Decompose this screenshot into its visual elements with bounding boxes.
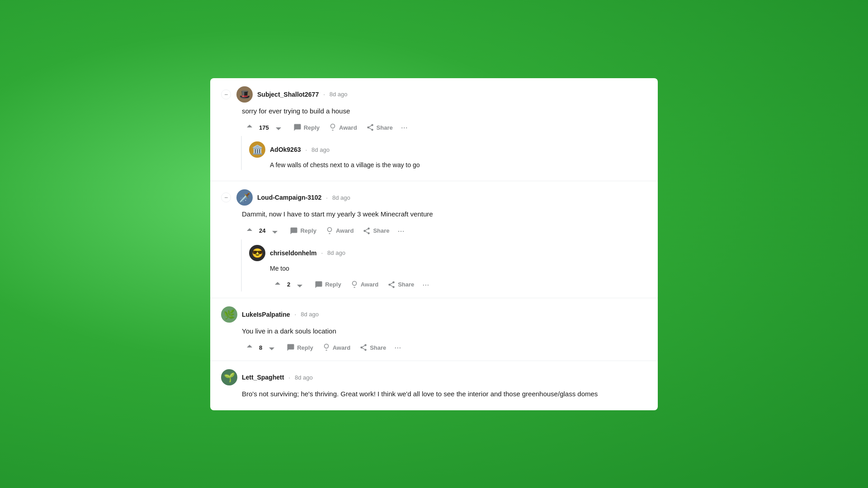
reply-comment: 🏛️ AdOk9263 · 8d ago A few walls of ches…: [249, 136, 647, 170]
reply-icon: [293, 123, 302, 131]
username: LukeIsPalpatine: [242, 311, 290, 318]
collapse-button[interactable]: −: [221, 89, 231, 99]
avatar: 🗡️: [236, 189, 253, 206]
award-button[interactable]: Award: [347, 278, 382, 291]
svg-point-3: [324, 344, 328, 348]
comment-actions: 8 Reply Award Share ···: [221, 341, 647, 354]
comment-body: Me too: [249, 264, 647, 273]
upvote-button[interactable]: [270, 278, 285, 291]
comments-card: − 🎩 Subject_Shallot2677 · 8d ago sorry f…: [210, 78, 658, 410]
share-button[interactable]: Share: [384, 278, 418, 291]
timestamp: 8d ago: [301, 311, 319, 318]
reply-comment: 😎 chriseldonhelm · 8d ago Me too 2: [249, 239, 647, 291]
comment-actions: 175 Reply Award Share ···: [221, 121, 647, 134]
avatar: 😎: [249, 245, 265, 261]
comment-block: − 🗡️ Loud-Campaign-3102 · 8d ago Dammit,…: [210, 181, 658, 298]
svg-point-2: [352, 281, 356, 285]
more-button[interactable]: ···: [392, 342, 404, 353]
vote-count: 8: [259, 344, 262, 351]
comment-header: − 🗡️ Loud-Campaign-3102 · 8d ago: [221, 189, 647, 206]
username: Loud-Campaign-3102: [257, 194, 321, 201]
vote-count: 24: [259, 227, 265, 234]
downvote-icon: [296, 281, 304, 289]
award-icon: [322, 343, 330, 352]
upvote-icon: [245, 343, 254, 352]
share-icon: [387, 281, 396, 289]
share-icon: [363, 227, 371, 235]
award-icon: [350, 281, 359, 289]
username: chriseldonhelm: [270, 249, 316, 257]
downvote-button[interactable]: [267, 224, 283, 238]
downvote-button[interactable]: [271, 121, 286, 134]
comment-header: 😎 chriseldonhelm · 8d ago: [249, 245, 647, 261]
comment-section: − 🎩 Subject_Shallot2677 · 8d ago sorry f…: [210, 78, 658, 410]
avatar: 🎩: [236, 86, 253, 103]
upvote-icon: [274, 281, 282, 289]
reply-button[interactable]: Reply: [286, 224, 320, 238]
vote-group: 2: [270, 278, 307, 291]
more-button[interactable]: ···: [398, 122, 410, 133]
share-button[interactable]: Share: [356, 341, 390, 354]
comment-body: Dammit, now I have to start my yearly 3 …: [221, 209, 647, 220]
comment-actions: 24 Reply Award Share ···: [221, 224, 647, 238]
comment-body: You live in a dark souls location: [221, 326, 647, 337]
reply-icon: [290, 227, 298, 235]
downvote-button[interactable]: [292, 278, 307, 291]
upvote-button[interactable]: [242, 224, 257, 238]
share-icon: [366, 123, 374, 131]
downvote-icon: [274, 123, 283, 131]
vote-group: 175: [242, 121, 286, 134]
award-icon: [329, 123, 337, 131]
more-button[interactable]: ···: [395, 225, 407, 237]
award-button[interactable]: Award: [319, 341, 354, 354]
award-button[interactable]: Award: [322, 224, 358, 238]
timestamp: 8d ago: [332, 194, 350, 201]
vote-group: 8: [242, 341, 279, 354]
more-button[interactable]: ···: [420, 279, 432, 291]
timestamp: 8d ago: [311, 146, 330, 153]
comment-block: 🌱 Lett_Spaghett · 8d ago Bro's not survi…: [210, 361, 658, 410]
username: Lett_Spaghett: [242, 374, 284, 381]
downvote-icon: [271, 227, 279, 235]
vote-group: 24: [242, 224, 283, 238]
svg-point-0: [331, 124, 335, 128]
timestamp: 8d ago: [295, 374, 313, 381]
award-icon: [326, 227, 334, 235]
comment-body: Bro's not surviving; he's thriving. Grea…: [221, 389, 647, 399]
avatar: 🌱: [221, 369, 237, 385]
share-icon: [359, 343, 368, 352]
upvote-button[interactable]: [242, 121, 257, 134]
comment-block: − 🎩 Subject_Shallot2677 · 8d ago sorry f…: [210, 78, 658, 182]
timestamp: 8d ago: [330, 91, 348, 98]
reply-thread: 🏛️ AdOk9263 · 8d ago A few walls of ches…: [241, 136, 647, 170]
reply-button[interactable]: Reply: [290, 121, 323, 134]
comment-header: − 🎩 Subject_Shallot2677 · 8d ago: [221, 86, 647, 103]
upvote-icon: [245, 123, 254, 131]
comment-header: 🌿 LukeIsPalpatine · 8d ago: [221, 306, 647, 323]
reply-thread: 😎 chriseldonhelm · 8d ago Me too 2: [241, 239, 647, 291]
comment-block: 🌿 LukeIsPalpatine · 8d ago You live in a…: [210, 298, 658, 361]
reply-icon: [315, 281, 323, 289]
downvote-icon: [268, 343, 276, 352]
avatar: 🌿: [221, 306, 237, 323]
share-button[interactable]: Share: [363, 121, 396, 134]
reply-button[interactable]: Reply: [311, 278, 344, 291]
username: Subject_Shallot2677: [257, 91, 319, 98]
downvote-button[interactable]: [264, 341, 279, 354]
comment-header: 🌱 Lett_Spaghett · 8d ago: [221, 369, 647, 385]
comment-body: A few walls of chests next to a village …: [249, 160, 647, 170]
upvote-icon: [245, 227, 254, 235]
svg-point-1: [327, 227, 331, 231]
comment-header: 🏛️ AdOk9263 · 8d ago: [249, 141, 647, 158]
timestamp: 8d ago: [327, 249, 345, 256]
username: AdOk9263: [270, 146, 301, 153]
reply-button[interactable]: Reply: [283, 341, 316, 354]
collapse-button[interactable]: −: [221, 192, 231, 202]
comment-body: sorry for ever trying to build a house: [221, 106, 647, 117]
award-button[interactable]: Award: [325, 121, 361, 134]
avatar: 🏛️: [249, 141, 265, 158]
vote-count: 175: [259, 124, 269, 131]
upvote-button[interactable]: [242, 341, 257, 354]
share-button[interactable]: Share: [359, 224, 393, 238]
comment-actions: 2 Reply Award: [249, 278, 647, 291]
